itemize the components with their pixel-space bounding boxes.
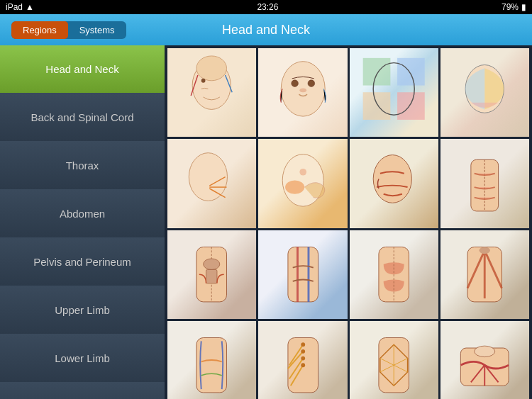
- svg-point-21: [285, 180, 304, 193]
- tab-regions[interactable]: Regions: [11, 21, 68, 39]
- header-tabs: Regions Systems: [11, 21, 126, 39]
- grid-item-11[interactable]: Infrahyoid and Suprahyoid Muscles and Ro…: [350, 230, 438, 319]
- svg-point-1: [196, 56, 227, 81]
- grid-item-12[interactable]: Scalene and Prevertebral Muscles: [440, 230, 529, 319]
- grid-item-10[interactable]: Infrahyoid and Suprahyoid Muscles: [258, 230, 347, 319]
- svg-point-7: [308, 80, 315, 87]
- grid-item-9[interactable]: Muscles of Neck Anterior View: [167, 230, 256, 319]
- grid-item-7[interactable]: Muscles of Facial Expression Lateral Vie…: [350, 139, 438, 227]
- status-left: iPad ▲: [6, 2, 34, 12]
- main-layout: Head and NeckBack and Spinal CordThoraxA…: [0, 45, 532, 399]
- svg-point-43: [301, 356, 305, 361]
- grid-item-13[interactable]: Superficial Veins and Cutaneous Nerves o…: [167, 321, 256, 399]
- svg-point-13: [373, 63, 414, 116]
- svg-point-42: [301, 349, 305, 354]
- svg-point-4: [201, 79, 206, 83]
- status-right: 79% ▮: [501, 2, 526, 12]
- svg-rect-28: [288, 247, 318, 301]
- svg-point-26: [204, 259, 220, 269]
- svg-rect-9: [363, 58, 391, 86]
- content-area[interactable]: Superficial Arteries and Veins of Face a…: [165, 45, 532, 399]
- grid-item-4[interactable]: Dermatomes of Head and Neck: [440, 48, 529, 137]
- svg-point-41: [301, 342, 305, 347]
- grid-item-2[interactable]: Scalp / Face: [258, 48, 347, 137]
- sidebar-item-lower-limb[interactable]: Lower Limb: [0, 335, 165, 383]
- wifi-icon: ▲: [26, 2, 34, 12]
- grid-item-3[interactable]: Cutaneous Nerves of Head and Neck: [350, 48, 438, 137]
- page-title: Head and Neck: [222, 23, 310, 38]
- svg-point-8: [299, 89, 306, 93]
- time-display: 23:26: [257, 2, 278, 12]
- sidebar-item-thorax[interactable]: Thorax: [0, 142, 165, 190]
- header: Regions Systems Head and Neck: [0, 14, 532, 45]
- svg-rect-10: [397, 58, 425, 86]
- svg-point-22: [299, 169, 306, 176]
- grid-item-14[interactable]: Cervical Plexus Site: [258, 321, 347, 399]
- svg-point-44: [301, 363, 305, 367]
- status-bar: iPad ▲ 23:26 79% ▮: [0, 0, 532, 14]
- svg-rect-11: [363, 93, 391, 120]
- svg-point-50: [475, 346, 495, 356]
- battery-icon: ▮: [521, 2, 526, 12]
- svg-rect-12: [397, 93, 425, 120]
- svg-point-20: [282, 154, 323, 206]
- sidebar-item-head-neck[interactable]: Head and Neck: [0, 45, 165, 94]
- device-label: iPad: [6, 2, 23, 12]
- battery-display: 79%: [501, 2, 519, 12]
- svg-point-6: [291, 80, 298, 87]
- grid-item-1[interactable]: Superficial Arteries and Veins of Face a…: [167, 48, 256, 137]
- svg-point-15: [189, 152, 228, 201]
- svg-rect-27: [206, 269, 217, 283]
- grid-item-6[interactable]: Facial Nerve Branches and Parotid Gland: [258, 139, 347, 227]
- grid-item-15[interactable]: Cervical Plexus Scheme: [350, 321, 438, 399]
- grid-item-8[interactable]: Muscles of Neck: [440, 139, 529, 227]
- sidebar-item-cross-sections[interactable]: Cross Sections: [0, 383, 165, 399]
- grid-item-5[interactable]: Facial Nerve Branches and Parotid Gland …: [167, 139, 256, 227]
- sidebar-item-back-spinal[interactable]: Back and Spinal Cord: [0, 94, 165, 142]
- tab-systems[interactable]: Systems: [68, 21, 126, 39]
- sidebar-item-upper-limb[interactable]: Upper Limb: [0, 286, 165, 335]
- sidebar-item-abdomen[interactable]: Abdomen: [0, 190, 165, 238]
- sidebar-item-pelvis[interactable]: Pelvis and Perineum: [0, 238, 165, 286]
- anatomy-grid: Superficial Arteries and Veins of Face a…: [167, 48, 529, 399]
- svg-point-34: [480, 247, 490, 254]
- grid-item-16[interactable]: Subclavian Artery: [440, 321, 529, 399]
- sidebar: Head and NeckBack and Spinal CordThoraxA…: [0, 45, 165, 399]
